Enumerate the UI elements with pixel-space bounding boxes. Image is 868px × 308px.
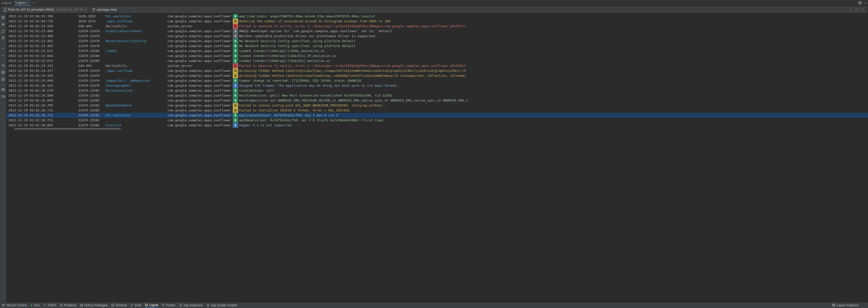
- configure-icon[interactable]: [1, 77, 6, 82]
- horizontal-scrollbar[interactable]: [6, 128, 868, 130]
- tab-logcat[interactable]: Logcat ×: [13, 0, 31, 6]
- statusbar-terminal[interactable]: Terminal: [111, 304, 127, 307]
- log-level-badge: D: [233, 14, 238, 19]
- minimize-icon[interactable]: —: [863, 0, 868, 6]
- appquality-icon: [207, 304, 210, 307]
- log-row[interactable]: 2022-12-29 01:00:55.7901639-1855EGL_emul…: [6, 14, 868, 19]
- statusbar-run[interactable]: Run: [30, 304, 40, 307]
- statusbar-vcs[interactable]: Version Control: [2, 304, 27, 307]
- log-message: loaded /vendor/lib64/egl/libGLESv2_emula…: [239, 58, 868, 63]
- log-pid-tid: 22470-22470: [78, 83, 105, 88]
- log-row[interactable]: 2022-12-29 02:02:23.40022470-22470Graphi…: [6, 29, 868, 34]
- log-timestamp: 2022-12-29 02:02:25.690: [6, 78, 78, 83]
- phone-icon: [4, 8, 7, 12]
- statusbar-problems[interactable]: Problems: [60, 304, 77, 307]
- log-row[interactable]: 2022-12-29 02:02:23.743 546-603VerityUti…: [6, 63, 868, 68]
- log-row[interactable]: 2022-12-29 02:02:26.15522470-22470Choreo…: [6, 83, 868, 88]
- screenshot-icon[interactable]: [1, 87, 6, 92]
- log-row[interactable]: 2022-12-29 02:02:26.71122470-22582com.go…: [6, 108, 868, 113]
- gear-icon[interactable]: [857, 0, 863, 6]
- log-level-badge: D: [233, 43, 238, 49]
- log-tag: EGL_emulation: [105, 113, 167, 118]
- svg-point-21: [4, 305, 5, 306]
- statusbar-layoutinsp[interactable]: Layout Inspector: [832, 304, 859, 307]
- log-row[interactable]: 2022-12-29 02:02:24.32722470-22470.apps.…: [6, 68, 868, 73]
- favorite-filter-icon[interactable]: ☆: [855, 8, 859, 11]
- log-row[interactable]: 2022-12-29 02:02:26.80322470-22582Grallo…: [6, 123, 868, 128]
- statusbar-appquality[interactable]: App Quality Insights: [207, 304, 238, 307]
- scroll-to-end-icon[interactable]: [1, 36, 6, 40]
- log-row[interactable]: 2022-12-29 02:02:23.40222470-22470Networ…: [6, 39, 868, 43]
- log-pid-tid: 22470-22470: [78, 73, 105, 78]
- log-row[interactable]: 2022-12-29 02:02:23.66422470-22584com.go…: [6, 54, 868, 58]
- log-row[interactable]: 2022-12-29 02:02:23.40222470-22470com.go…: [6, 43, 868, 49]
- svg-marker-3: [92, 8, 95, 11]
- statusbar-label: Terminal: [116, 304, 127, 307]
- log-message: ANGLE Developer option for 'com.google.s…: [239, 29, 868, 34]
- log-row[interactable]: 2022-12-29 02:02:26.70922470-22582OpenGL…: [6, 103, 868, 108]
- log-tag: .apps.sunflowe: [105, 68, 167, 73]
- statusbar-profiler[interactable]: Profiler: [162, 304, 176, 307]
- log-level-badge: W: [233, 73, 238, 78]
- screen-record-icon[interactable]: [1, 94, 6, 99]
- log-tag: GraphicsEnvironment: [105, 29, 167, 34]
- log-level-badge: V: [233, 34, 238, 39]
- log-timestamp: 2022-12-29 02:02:26.711: [6, 108, 78, 113]
- filter-help-icon[interactable]: ?: [860, 8, 865, 11]
- device-select[interactable]: Pixel XL API 31 (emulator-5554) Android …: [1, 7, 88, 12]
- log-row[interactable]: 2022-12-29 02:02:24.32822470-22470com.go…: [6, 73, 868, 78]
- svg-rect-37: [833, 305, 834, 306]
- log-pid-tid: 22470-22470: [78, 39, 105, 43]
- statusbar-appinspect[interactable]: App Inspection: [179, 304, 203, 307]
- log-package: com.google.samples.apps.sunflower: [167, 88, 232, 93]
- statusbar-todo[interactable]: TODO: [43, 304, 56, 307]
- log-row[interactable]: 2022-12-29 02:02:23.62122470-22584libEGL…: [6, 49, 868, 54]
- clear-filter-icon[interactable]: ×: [848, 8, 853, 11]
- statusbar-logcat[interactable]: Logcat: [145, 302, 158, 308]
- log-row[interactable]: 2022-12-29 02:02:26.71522470-22582com.go…: [6, 118, 868, 123]
- status-bar: Version ControlRunTODOProblemsPython Pac…: [0, 302, 868, 308]
- log-pid-tid: 546-603: [78, 63, 105, 68]
- statusbar-build[interactable]: Build: [130, 304, 142, 307]
- split-icon[interactable]: [1, 70, 6, 75]
- log-row[interactable]: 2022-12-29 01:01:04.7701639-1675.apps.su…: [6, 19, 868, 24]
- log-row[interactable]: 2022-12-29 02:02:23.67322470-22584com.go…: [6, 58, 868, 63]
- restart-icon[interactable]: [1, 29, 6, 34]
- filter-input[interactable]: [97, 8, 847, 11]
- pause-icon[interactable]: [1, 22, 6, 27]
- log-level-badge: D: [233, 88, 238, 93]
- log-row[interactable]: 2022-12-29 02:02:23.40022470-22470com.go…: [6, 34, 868, 39]
- log-timestamp: 2022-12-29 02:02:26.155: [6, 83, 78, 88]
- log-level-badge: D: [233, 78, 238, 83]
- statusbar-label: Profiler: [166, 304, 176, 307]
- add-tab-icon[interactable]: +: [32, 1, 34, 5]
- prev-occurrence-icon[interactable]: [1, 46, 6, 51]
- log-level-badge: E: [233, 63, 238, 68]
- log-pid-tid: 22470-22470: [78, 43, 105, 49]
- log-timestamp: 2022-12-29 02:02:23.621: [6, 49, 78, 54]
- log-level-badge: I: [233, 123, 238, 128]
- log-row[interactable]: 2022-12-29 02:02:26.69922470-22582com.go…: [6, 98, 868, 103]
- log-package: com.google.samples.apps.sunflower: [167, 34, 232, 39]
- soft-wrap-icon[interactable]: [1, 63, 6, 68]
- log-package: com.google.samples.apps.sunflower: [167, 54, 232, 58]
- log-row[interactable]: 2022-12-29 02:02:26.58422470-22582com.go…: [6, 93, 868, 98]
- log-message: HostConnection::get() New Host Connectio…: [239, 93, 868, 98]
- statusbar-pypkgs[interactable]: Python Packages: [80, 304, 107, 307]
- log-package: com.google.samples.apps.sunflower: [167, 103, 232, 108]
- close-icon[interactable]: ×: [27, 1, 29, 4]
- log-message: No Network Security Config specified, us…: [239, 43, 868, 49]
- log-package: com.google.samples.apps.sunflower: [167, 68, 232, 73]
- log-row[interactable]: 2022-12-29 02:02:26.57922470-22582HostCo…: [6, 88, 868, 93]
- trash-icon[interactable]: [1, 15, 6, 20]
- log-pid-tid: 22470-22470: [78, 34, 105, 39]
- log-row[interactable]: 2022-12-29 02:02:26.71322470-22582EGL_em…: [6, 113, 868, 118]
- log-message: mapper 4.x is not supported: [239, 123, 868, 128]
- next-occurrence-icon[interactable]: [1, 53, 6, 58]
- log-viewport[interactable]: 2022-12-29 01:00:55.7901639-1855EGL_emul…: [6, 13, 868, 302]
- log-level-badge: D: [233, 54, 238, 58]
- filter-field[interactable]: × ☆ ?: [90, 7, 867, 12]
- resize-handle-icon[interactable]: ⋰: [862, 304, 866, 307]
- log-row[interactable]: 2022-12-29 02:02:23.199 546-603VerityUti…: [6, 24, 868, 29]
- log-row[interactable]: 2022-12-29 02:02:25.69022470-22470Compat…: [6, 78, 868, 83]
